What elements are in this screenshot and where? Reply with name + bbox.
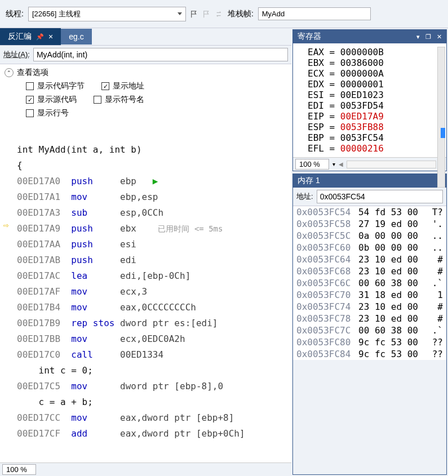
memory-row: 0x0053FC7823 10 ed 00 #: [293, 313, 446, 324]
zoom-reg[interactable]: 100 %: [295, 159, 329, 170]
address-input[interactable]: [33, 48, 288, 61]
zoom-bar-left: 100 %: [0, 462, 291, 476]
address-bar: 地址(A):: [0, 45, 291, 64]
memory-row: 0x0053FC849c fc 53 00 ??: [293, 348, 446, 360]
dropdown-icon[interactable]: ▾: [416, 33, 420, 41]
flag-two-icon[interactable]: [203, 10, 211, 18]
threads-label: 线程:: [6, 9, 24, 19]
register-row: EDX = 00000001: [308, 79, 442, 90]
memory-addr-input[interactable]: [317, 190, 443, 203]
chevron-up-icon: ⌃: [5, 68, 14, 77]
memory-row: 0x0053FC600b 00 00 00 ..: [293, 242, 446, 253]
memory-row: 0x0053FC6C00 60 38 00 .`: [293, 277, 446, 289]
close-icon[interactable]: ×: [48, 32, 53, 41]
register-row: ECX = 0000000A: [308, 68, 442, 79]
memory-row: 0x0053FC5454 fd 53 00 T?: [293, 206, 446, 218]
stack-value: MyAdd: [262, 10, 285, 18]
memory-row: 0x0053FC7031 18 ed 00 1: [293, 289, 446, 301]
register-row: EDI = 0053FD54: [308, 100, 442, 111]
opt-symbol[interactable]: 显示符号名: [94, 95, 144, 105]
chevron-down-icon[interactable]: ▾: [332, 161, 335, 167]
memory-panel: 内存 1 地址: 0x0053FC5454 fd 53 00 T?0x0053F…: [292, 174, 447, 475]
registers-panel: 寄存器 ▾ ❐ ✕ EAX = 0000000BEBX = 00386000EC…: [292, 29, 447, 171]
scroll-track[interactable]: [347, 161, 436, 168]
memory-row: 0x0053FC809c fc 53 00 ??: [293, 336, 446, 348]
register-row: EFL = 00000216: [308, 143, 442, 154]
document-tabs: 反汇编 📌 × eg.c: [0, 28, 291, 45]
register-row: ESP = 0053FB88: [308, 122, 442, 132]
options-toggle[interactable]: ⌃ 查看选项: [5, 68, 287, 78]
current-line-arrow-icon: ⇨: [3, 220, 9, 230]
tab-disassembly[interactable]: 反汇编 📌 ×: [0, 28, 61, 45]
scrollbar[interactable]: [437, 47, 445, 188]
tab-source-file[interactable]: eg.c: [61, 29, 91, 45]
flag-icon[interactable]: [190, 10, 198, 18]
register-row: EIP = 00ED17A9: [308, 111, 442, 122]
window-icon[interactable]: ❐: [425, 33, 431, 41]
register-row: EAX = 0000000B: [308, 47, 442, 57]
view-options: ⌃ 查看选项 显示代码字节 ✓显示地址 ✓显示源代码 显示符号名 显示行号: [0, 64, 291, 122]
toolbar: 线程: [22656] 主线程 堆栈帧: MyAdd: [0, 0, 448, 28]
opt-address[interactable]: ✓显示地址: [101, 81, 144, 91]
address-label: 地址(A):: [3, 50, 30, 60]
memory-row: 0x0053FC5827 19 ed 00 '.: [293, 218, 446, 230]
disassembly-view[interactable]: int MyAdd(int a, int b) { 00ED17A0 push …: [0, 122, 291, 462]
registers-title: 寄存器: [298, 32, 321, 42]
register-row: EBP = 0053FC54: [308, 132, 442, 143]
swap-icon[interactable]: [215, 10, 223, 18]
memory-row: 0x0053FC6423 10 ed 00 #: [293, 253, 446, 265]
memory-addr-label: 地址:: [296, 192, 313, 202]
register-row: ESI = 00ED1023: [308, 90, 442, 100]
arrow-left-icon[interactable]: ◀: [339, 161, 343, 167]
thread-dropdown[interactable]: [22656] 主线程: [28, 7, 186, 21]
opt-source[interactable]: ✓显示源代码: [26, 95, 77, 105]
memory-title: 内存 1: [293, 174, 446, 188]
memory-row: 0x0053FC6823 10 ed 00 #: [293, 265, 446, 277]
memory-row: 0x0053FC7C00 60 38 00 .`: [293, 324, 446, 336]
register-row: EBX = 00386000: [308, 57, 442, 68]
opt-line[interactable]: 显示行号: [26, 108, 69, 118]
memory-row: 0x0053FC7423 10 ed 00 #: [293, 301, 446, 313]
memory-row: 0x0053FC5C0a 00 00 00 ..: [293, 230, 446, 242]
chevron-down-icon: [178, 12, 182, 15]
thread-value: [22656] 主线程: [32, 9, 81, 19]
zoom-left[interactable]: 100 %: [2, 464, 36, 475]
pin-icon[interactable]: 📌: [36, 33, 44, 41]
opt-code-bytes[interactable]: 显示代码字节: [26, 81, 85, 91]
stackframe-dropdown[interactable]: MyAdd: [258, 7, 371, 20]
stackframe-label: 堆栈帧:: [228, 9, 254, 19]
memory-view[interactable]: 0x0053FC5454 fd 53 00 T?0x0053FC5827 19 …: [293, 206, 446, 360]
close-panel-icon[interactable]: ✕: [437, 33, 442, 41]
scroll-marker: [441, 128, 445, 138]
